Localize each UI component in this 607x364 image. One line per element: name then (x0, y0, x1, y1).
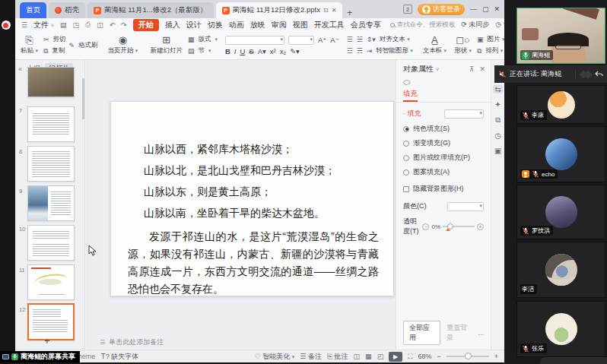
preview-icon[interactable]: ◫ (97, 21, 103, 29)
slide-thumbnail[interactable] (27, 67, 75, 97)
comments-toggle[interactable]: ⎘ 批注 (327, 352, 348, 362)
slideshow-play-button[interactable]: ▶ (389, 352, 402, 362)
participant-tile[interactable]: 李康 (516, 85, 605, 124)
menu-review[interactable]: 审阅 (272, 20, 287, 30)
slide-thumbnail[interactable] (27, 106, 75, 142)
italic-button[interactable]: I (234, 47, 237, 55)
beautify-button[interactable]: ♡ 智能美化 ▾ (255, 352, 295, 362)
media-icon[interactable]: ▣ (494, 147, 501, 155)
option-solid-fill[interactable]: 纯色填充(S) (396, 122, 491, 136)
fit-window-icon[interactable]: ⛶ (408, 353, 412, 361)
underline-button[interactable]: U (240, 47, 245, 55)
collapse-panel-icon[interactable]: « (18, 65, 22, 73)
zoom-out-icon[interactable]: − (437, 353, 440, 360)
to-smartart-button[interactable]: 转智能图形 ▾ (376, 46, 412, 55)
pin-panel-icon[interactable]: ⊼ (469, 65, 475, 73)
section-button[interactable]: ▤节 ▾ (188, 46, 218, 55)
menu-devtools[interactable]: 开发工具 (314, 20, 345, 30)
participant-tile[interactable]: 罗技洪 (516, 185, 605, 239)
highlight-button[interactable]: ✎▾ (290, 47, 300, 55)
zoom-in-icon[interactable]: + (494, 353, 498, 360)
missing-font-warning[interactable]: Ꭲ? 缺失字体 (101, 352, 138, 362)
export-icon[interactable]: ◳ (72, 21, 79, 29)
more-options-icon[interactable]: ... (478, 329, 484, 337)
tab-document-1[interactable]: P蔺海鲲 11月1...修改2（最新版） (87, 2, 214, 18)
hamburger-icon[interactable]: ☰ (21, 21, 27, 29)
close-button[interactable]: ✕ (494, 5, 500, 13)
line-spacing-icon[interactable]: ⇕▾ (367, 36, 376, 43)
menu-transition[interactable]: 切换 (208, 20, 223, 30)
tab-fill[interactable]: 填充 (403, 89, 418, 102)
guest-login-button[interactable]: 访客登录 (418, 4, 465, 15)
slide-thumbnail[interactable] (27, 146, 75, 182)
menu-member[interactable]: 会员专享 (351, 20, 381, 30)
arrange-button[interactable]: 排列 ▾ (485, 46, 503, 55)
participant-tile[interactable]: 李洁 (516, 242, 605, 298)
bold-button[interactable]: B (225, 47, 230, 55)
option-pattern-fill[interactable]: 图案填充(A) (396, 165, 491, 179)
strikethrough-button[interactable]: S (249, 47, 253, 55)
increase-font-icon[interactable]: A⁺ (318, 36, 326, 44)
number-list-icon[interactable]: ☱ (357, 36, 363, 43)
align-left-icon[interactable]: ☲ (347, 47, 353, 55)
tab-count-badge[interactable]: 2 (403, 5, 412, 14)
align-text-button[interactable]: 对齐文本 ▾ (380, 35, 410, 44)
option-picture-fill[interactable]: 图片或纹理填充(P) (396, 150, 491, 165)
tab-document-2-active[interactable]: P蔺海鲲 11月12日修改2.pptx⊡✕ (216, 2, 343, 18)
current-slide[interactable]: 山脉以西，紧邻库木塔格沙漠； 山脉以北，是北山戈壁和巴丹吉林沙漠； 山脉以东，则… (110, 101, 394, 296)
slide-thumbnail[interactable] (27, 225, 75, 261)
menu-insert[interactable]: 插入 (165, 20, 180, 30)
zoom-slider[interactable] (447, 356, 489, 357)
slider-knob[interactable] (447, 223, 453, 229)
command-search[interactable]: 查找命令、搜索模板 (390, 21, 456, 30)
effects-icon[interactable]: ✦ (494, 100, 501, 109)
undo-icon[interactable]: ↶ (110, 21, 116, 29)
menu-file[interactable]: 文件 ˅ (33, 20, 54, 30)
layout-button[interactable]: ▦版式 ▾ (188, 35, 218, 44)
properties-icon[interactable]: ⇆ (493, 85, 502, 93)
font-name-combo[interactable] (225, 36, 284, 45)
decrease-icon[interactable]: − (422, 223, 429, 230)
option-gradient-fill[interactable]: 渐变填充(G) (396, 136, 491, 150)
slide-canvas[interactable]: 山脉以西，紧邻库木塔格沙漠； 山脉以北，是北山戈壁和巴丹吉林沙漠； 山脉以东，则… (86, 60, 411, 350)
option-hide-bg[interactable]: 隐藏背景图形(H) (396, 182, 491, 196)
save-icon[interactable]: ▤ (60, 21, 67, 29)
increase-icon[interactable]: + (477, 223, 484, 230)
subscript-button[interactable]: x₂ (280, 47, 286, 55)
transparency-slider[interactable]: − 0% + (422, 223, 484, 230)
new-tab-button[interactable]: + (347, 8, 352, 18)
zoom-percent[interactable]: 68% (418, 353, 431, 360)
sorter-view-icon[interactable]: ▦ (365, 353, 372, 360)
menu-design[interactable]: 设计 (186, 20, 202, 30)
menu-slideshow[interactable]: 放映 (250, 20, 265, 30)
tab-home[interactable]: 首页 (20, 2, 46, 18)
slide-thumbnail-map[interactable] (27, 264, 75, 300)
superscript-button[interactable]: x² (270, 47, 276, 55)
floating-widget-icon[interactable] (2, 21, 11, 30)
textbox-button[interactable]: A̲文本框 ▾ (421, 33, 449, 58)
shapes-button[interactable]: ◻○形状 ▾ (452, 33, 474, 58)
notes-toggle[interactable]: ☰ 备注 (300, 352, 322, 362)
apply-all-button[interactable]: 全部应用 (403, 321, 440, 345)
zoom-knob[interactable] (465, 353, 472, 359)
copy-button[interactable]: ⧉复制 (43, 46, 66, 55)
reading-view-icon[interactable]: ◰ (377, 353, 384, 360)
new-slide-button[interactable]: ⊞新建幻灯片 (148, 33, 185, 58)
participant-tile[interactable]: echo (516, 126, 605, 182)
picture-button[interactable]: 图片 ▾ (488, 35, 504, 44)
slide-thumbnail[interactable] (27, 185, 75, 221)
panel-scrollbar[interactable] (82, 78, 84, 119)
paste-button[interactable]: ⎘粘贴 ▾ (18, 33, 40, 58)
maximize-button[interactable]: ▢ (482, 5, 489, 13)
slide-thumbnail-selected[interactable] (27, 303, 75, 340)
minimize-button[interactable]: — (470, 5, 477, 13)
participant-tile[interactable]: 张乐 (516, 301, 605, 357)
decrease-font-icon[interactable]: A⁻ (330, 36, 338, 44)
menu-animation[interactable]: 动画 (229, 20, 244, 30)
menu-view[interactable]: 视图 (293, 20, 308, 30)
normal-view-icon[interactable]: ◫ (354, 353, 361, 360)
indent-icon[interactable]: ⇥ (367, 47, 373, 55)
history-icon[interactable]: ◷ (494, 131, 501, 140)
participant-tile-video[interactable]: 蔺海鲲 (516, 8, 605, 64)
screen-share-overlay[interactable]: 蔺海鲲的屏幕共享 (0, 351, 80, 362)
